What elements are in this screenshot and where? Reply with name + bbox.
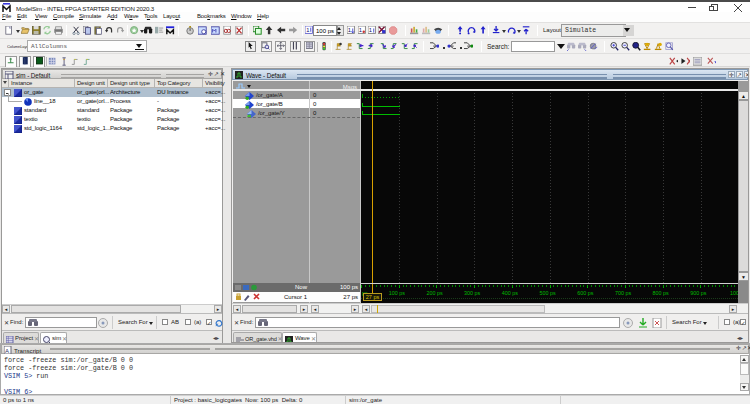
svg-text:A: A [5, 348, 9, 354]
svg-text:1: 1 [306, 26, 309, 32]
svg-text:1: 1 [369, 26, 372, 32]
svg-text:1: 1 [348, 26, 351, 32]
svg-text:1: 1 [359, 26, 362, 32]
